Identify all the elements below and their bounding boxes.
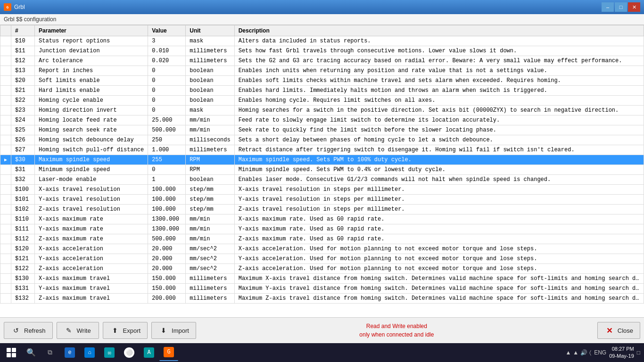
row-value[interactable]: 100.000	[148, 205, 186, 214]
search-button[interactable]: 🔍	[23, 344, 40, 361]
refresh-button[interactable]: ↺ Refresh	[4, 322, 53, 339]
row-value[interactable]: 255	[148, 155, 186, 165]
row-value[interactable]: 0	[148, 86, 186, 96]
row-value[interactable]: 0	[148, 106, 186, 115]
row-value[interactable]: 100.000	[148, 185, 186, 195]
row-param: Homing locate feed rate	[35, 115, 148, 125]
taskbar-app-chrome[interactable]: ⚪	[120, 344, 139, 361]
row-unit: mm/sec^2	[186, 254, 234, 264]
table-row[interactable]: $20Soft limits enable0booleanEnables sof…	[0, 76, 644, 86]
table-row[interactable]: $121Y-axis acceleration20.000mm/sec^2Y-a…	[0, 254, 644, 264]
row-value[interactable]: 500.000	[148, 125, 186, 135]
row-value[interactable]: 0.010	[148, 46, 186, 56]
taskbar-app-mail[interactable]: ✉	[100, 344, 119, 361]
row-num: $31	[11, 165, 35, 175]
row-value[interactable]: 500.000	[148, 234, 186, 244]
speaker-icon: 🔊	[580, 349, 587, 356]
table-row[interactable]: $13Report in inches0booleanEnables inch …	[0, 66, 644, 76]
table-container[interactable]: # Parameter Value Unit Description $10St…	[0, 25, 644, 317]
table-row[interactable]: $27Homing switch pull-off distance1.000m…	[0, 145, 644, 155]
taskbar-app-store[interactable]: ⌂	[80, 344, 99, 361]
row-num: $110	[11, 214, 35, 224]
write-label: Write	[77, 327, 91, 334]
minimize-button[interactable]: –	[602, 2, 614, 12]
titlebar-close-button[interactable]: ✕	[628, 2, 640, 12]
start-button[interactable]	[2, 344, 21, 361]
row-unit: mm/sec^2	[186, 244, 234, 254]
write-button[interactable]: ✎ Write	[57, 322, 99, 339]
row-value[interactable]: 0	[148, 76, 186, 86]
row-value[interactable]: 0	[148, 165, 186, 175]
row-desc: X-axis travel resolution in steps per mi…	[234, 185, 644, 195]
row-value[interactable]: 200.000	[148, 294, 186, 304]
row-num: $120	[11, 244, 35, 254]
row-value[interactable]: 100.000	[148, 195, 186, 205]
row-value[interactable]: 3	[148, 36, 186, 46]
table-row[interactable]: $31Minimum spindle speed0RPMMinimum spin…	[0, 165, 644, 175]
row-value[interactable]: 25.000	[148, 115, 186, 125]
row-value[interactable]: 1	[148, 175, 186, 185]
row-unit: mm/min	[186, 214, 234, 224]
row-unit: boolean	[186, 175, 234, 185]
row-param: Homing switch pull-off distance	[35, 145, 148, 155]
row-value[interactable]: 0	[148, 96, 186, 106]
row-value[interactable]: 20.000	[148, 254, 186, 264]
maximize-button[interactable]: □	[615, 2, 627, 12]
table-row[interactable]: $112Z-axis maximum rate500.000mm/minZ-ax…	[0, 234, 644, 244]
table-row[interactable]: $12Arc tolerance0.020millimetersSets the…	[0, 56, 644, 66]
status-line1: Read and Write enabled	[200, 322, 594, 330]
row-param: Junction deviation	[35, 46, 148, 56]
export-button[interactable]: ⬆ Export	[103, 322, 148, 339]
table-row[interactable]: $111Y-axis maximum rate1300.000mm/minY-a…	[0, 224, 644, 234]
row-arrow	[0, 106, 11, 115]
row-desc: Z-axis acceleration. Used for motion pla…	[234, 264, 644, 274]
task-view-button[interactable]: ⧉	[41, 344, 58, 361]
table-row[interactable]: $23Homing direction invert0maskHoming se…	[0, 106, 644, 115]
table-row[interactable]: $102Z-axis travel resolution100.000step/…	[0, 205, 644, 214]
row-param: Homing search seek rate	[35, 125, 148, 135]
table-row[interactable]: $120X-axis acceleration20.000mm/sec^2X-a…	[0, 244, 644, 254]
taskbar-app-ie[interactable]: e	[60, 344, 79, 361]
row-unit: mm/min	[186, 115, 234, 125]
table-row[interactable]: $10Status report options3maskAlters data…	[0, 36, 644, 46]
table-row[interactable]: $11Junction deviation0.010millimetersSet…	[0, 46, 644, 56]
row-value[interactable]: 1.000	[148, 145, 186, 155]
row-unit: millimeters	[186, 284, 234, 294]
table-row[interactable]: $25Homing search seek rate500.000mm/minS…	[0, 125, 644, 135]
row-desc: Maximum spindle speed. Sets PWM to 100% …	[234, 155, 644, 165]
wifi-icon: 〈	[589, 349, 591, 356]
refresh-label: Refresh	[24, 327, 46, 334]
row-unit: mm/min	[186, 234, 234, 244]
table-row[interactable]: $101Y-axis travel resolution100.000step/…	[0, 195, 644, 205]
table-row[interactable]: $100X-axis travel resolution100.000step/…	[0, 185, 644, 195]
row-value[interactable]: 0.020	[148, 56, 186, 66]
taskbar-app-arduino[interactable]: A	[140, 344, 158, 361]
row-value[interactable]: 250	[148, 135, 186, 145]
table-row[interactable]: ▶$30Maximum spindle speed255RPMMaximum s…	[0, 155, 644, 165]
taskbar-app-grbl[interactable]: G	[159, 344, 178, 361]
table-row[interactable]: $132Z-axis maximum travel200.000millimet…	[0, 294, 644, 304]
row-value[interactable]: 150.000	[148, 284, 186, 294]
table-row[interactable]: $21Hard limits enable0booleanEnables har…	[0, 86, 644, 96]
row-num: $122	[11, 264, 35, 274]
table-row[interactable]: $110X-axis maximum rate1300.000mm/minX-a…	[0, 214, 644, 224]
row-value[interactable]: 0	[148, 66, 186, 76]
import-button[interactable]: ⬇ Import	[151, 322, 196, 339]
table-row[interactable]: $22Homing cycle enable0booleanEnables ho…	[0, 96, 644, 106]
close-button[interactable]: ✕ Close	[597, 322, 640, 339]
table-row[interactable]: $131Y-axis maximum travel150.000millimet…	[0, 284, 644, 294]
table-row[interactable]: $130X-axis maximum travel150.000millimet…	[0, 274, 644, 284]
row-value[interactable]: 150.000	[148, 274, 186, 284]
row-value[interactable]: 20.000	[148, 264, 186, 274]
table-row[interactable]: $26Homing switch debounce delay250millis…	[0, 135, 644, 145]
row-param: Z-axis maximum rate	[35, 234, 148, 244]
table-row[interactable]: $24Homing locate feed rate25.000mm/minFe…	[0, 115, 644, 125]
table-row[interactable]: $32Laser-mode enable1booleanEnables lase…	[0, 175, 644, 185]
row-desc: Seek rate to quickly find the limit swit…	[234, 125, 644, 135]
row-value[interactable]: 1300.000	[148, 214, 186, 224]
row-param: Z-axis maximum travel	[35, 294, 148, 304]
row-value[interactable]: 1300.000	[148, 224, 186, 234]
row-value[interactable]: 20.000	[148, 244, 186, 254]
row-desc: Sets the G2 and G3 arc tracing accuracy …	[234, 56, 644, 66]
table-row[interactable]: $122Z-axis acceleration20.000mm/sec^2Z-a…	[0, 264, 644, 274]
